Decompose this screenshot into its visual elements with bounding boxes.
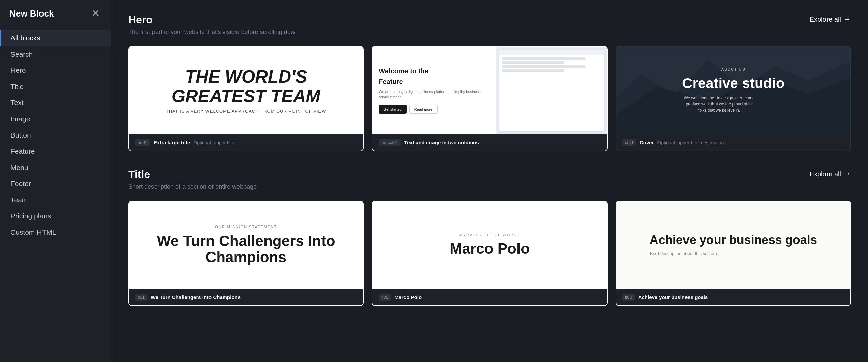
hero2-btn-primary[interactable]: Get started: [379, 105, 406, 114]
title2-content: MARVELS OF THE WORLD Marco Polo: [450, 233, 530, 257]
sidebar: New Block ✕ All blocks Search Hero Title…: [0, 0, 111, 362]
hero-card-2[interactable]: Welcome to the Feature We are making a d…: [372, 46, 607, 151]
hero2-right: [496, 47, 607, 134]
mockup-line-2: [502, 61, 565, 64]
hero-card-3-footer: cr01 Cover Optional: upper title, descri…: [616, 134, 850, 151]
hero-card-1-footer: he01 Extra large title Optional: upper t…: [129, 134, 363, 151]
title3-content: Achieve your business goals Brief descri…: [650, 233, 817, 257]
mockup-bar: [499, 50, 604, 55]
hero-card-2-footer: he-col01 Text and image in two columns: [372, 134, 607, 151]
modal-title: New Block: [9, 8, 54, 19]
title3-main: Achieve your business goals: [650, 233, 817, 247]
title-card-2-label: Marco Polo: [394, 294, 422, 300]
sidebar-item-custom-html[interactable]: Custom HTML: [0, 224, 111, 240]
hero-card-3-sublabel: Optional: upper title, description: [657, 140, 724, 145]
title-card-3[interactable]: Achieve your business goals Brief descri…: [616, 201, 851, 306]
hero2-feature: Feature: [379, 78, 489, 86]
title2-main: Marco Polo: [450, 240, 530, 257]
hero1-big-title: THE WORLD'S GREATEST TEAM: [166, 67, 326, 105]
sidebar-item-image[interactable]: Image: [0, 111, 111, 127]
title1-overline: OUR MISSION STATEMENT: [139, 225, 353, 229]
hero2-buttons: Get started Read more: [379, 105, 489, 114]
hero-card-2-tag: he-col01: [379, 139, 401, 146]
title-section: Title Short description of a section or …: [128, 168, 851, 306]
sidebar-item-team[interactable]: Team: [0, 192, 111, 208]
title-card-2-tag: ti02: [379, 294, 391, 301]
modal-container: New Block ✕ All blocks Search Hero Title…: [0, 0, 868, 362]
hero-card-1-preview: THE WORLD'S GREATEST TEAM THAT IS A VERY…: [129, 47, 363, 134]
hero1-content: THE WORLD'S GREATEST TEAM THAT IS A VERY…: [159, 60, 333, 120]
title-card-1-footer: ti01 We Turn Challengers Into Champions: [129, 289, 363, 305]
hero-card-1-label: Extra large title: [153, 140, 190, 145]
title1-main: We Turn Challengers Into Champions: [139, 233, 353, 266]
sidebar-item-menu[interactable]: Menu: [0, 159, 111, 176]
hero-section-info: Hero The first part of your website that…: [128, 13, 299, 36]
hero-cards-grid: THE WORLD'S GREATEST TEAM THAT IS A VERY…: [128, 46, 851, 151]
title-card-2[interactable]: MARVELS OF THE WORLD Marco Polo ti02 Mar…: [372, 201, 607, 306]
mockup-line-4: [502, 69, 565, 72]
sidebar-item-pricing-plans[interactable]: Pricing plans: [0, 208, 111, 224]
mockup-line-3: [502, 65, 585, 68]
sidebar-nav: All blocks Search Hero Title Text Image …: [0, 26, 111, 362]
sidebar-item-search[interactable]: Search: [0, 46, 111, 62]
hero-card-3[interactable]: ABOUT US Creative studio We work togethe…: [616, 46, 851, 151]
title-card-2-preview: MARVELS OF THE WORLD Marco Polo: [372, 201, 607, 289]
title-section-header: Title Short description of a section or …: [128, 168, 851, 190]
hero-section-desc: The first part of your website that's vi…: [128, 29, 299, 36]
title-section-info: Title Short description of a section or …: [128, 168, 257, 190]
title-card-1-preview: OUR MISSION STATEMENT We Turn Challenger…: [129, 201, 363, 289]
hero2-content: Welcome to the Feature We are making a d…: [372, 47, 607, 134]
hero-card-3-preview: ABOUT US Creative studio We work togethe…: [616, 47, 850, 134]
close-icon: ✕: [92, 9, 100, 18]
arrow-right-icon: →: [844, 15, 851, 24]
title-section-desc: Short description of a section or entire…: [128, 183, 257, 190]
title-card-1-label: We Turn Challengers Into Champions: [151, 294, 241, 300]
hero2-btn-secondary[interactable]: Read more: [409, 105, 438, 114]
title1-content: OUR MISSION STATEMENT We Turn Challenger…: [139, 225, 353, 266]
arrow-right-icon-2: →: [844, 170, 851, 178]
sidebar-item-footer[interactable]: Footer: [0, 176, 111, 192]
sidebar-item-title[interactable]: Title: [0, 79, 111, 95]
hero3-main-title: Creative studio: [682, 76, 784, 91]
hero-card-3-label: Cover: [640, 140, 654, 145]
hero-explore-all-button[interactable]: Explore all →: [810, 15, 851, 24]
sidebar-item-text[interactable]: Text: [0, 95, 111, 111]
hero2-mockup: [499, 50, 604, 131]
sidebar-item-feature[interactable]: Feature: [0, 143, 111, 159]
hero2-left: Welcome to the Feature We are making a d…: [372, 47, 496, 134]
hero-card-1-sublabel: Optional: upper title: [193, 140, 234, 145]
hero1-sub-title: THAT IS A VERY WELCOME APPROACH FROM OUR…: [166, 109, 326, 114]
title-section-title: Title: [128, 168, 257, 181]
hero-card-2-label: Text and image in two columns: [404, 140, 479, 145]
mockup-line-1: [502, 57, 585, 60]
hero2-desc: We are making a digital business platfor…: [379, 89, 489, 100]
hero3-text: ABOUT US Creative studio We work togethe…: [682, 67, 784, 113]
hero3-content: ABOUT US Creative studio We work togethe…: [616, 47, 850, 134]
title-card-1-tag: ti01: [135, 294, 147, 301]
title3-sub: Brief description about this section: [650, 250, 717, 257]
sidebar-item-all-blocks[interactable]: All blocks: [0, 30, 111, 46]
hero-card-2-preview: Welcome to the Feature We are making a d…: [372, 47, 607, 134]
close-button[interactable]: ✕: [89, 7, 102, 20]
hero-card-3-tag: cr01: [622, 139, 636, 146]
hero-section-header: Hero The first part of your website that…: [128, 13, 851, 36]
sidebar-item-button[interactable]: Button: [0, 127, 111, 143]
sidebar-item-hero[interactable]: Hero: [0, 62, 111, 79]
modal-header: New Block ✕: [0, 0, 111, 26]
title-card-3-label: Achieve your business goals: [638, 294, 708, 300]
title-card-2-footer: ti02 Marco Polo: [372, 289, 607, 305]
hero2-welcome: Welcome to the: [379, 67, 489, 75]
hero-section-title: Hero: [128, 13, 299, 26]
title-card-3-tag: ti03: [622, 294, 635, 301]
hero-section: Hero The first part of your website that…: [128, 13, 851, 151]
title-cards-grid: OUR MISSION STATEMENT We Turn Challenger…: [128, 201, 851, 306]
hero-card-1-tag: he01: [135, 139, 150, 146]
hero-card-1[interactable]: THE WORLD'S GREATEST TEAM THAT IS A VERY…: [128, 46, 364, 151]
title-explore-all-button[interactable]: Explore all →: [810, 170, 851, 178]
hero3-label: ABOUT US: [682, 67, 784, 71]
hero3-sub-text: We work together to design, create and p…: [682, 95, 756, 113]
main-content: Hero The first part of your website that…: [111, 0, 868, 362]
title-card-1[interactable]: OUR MISSION STATEMENT We Turn Challenger…: [128, 201, 364, 306]
title-card-3-footer: ti03 Achieve your business goals: [616, 289, 850, 305]
title-card-3-preview: Achieve your business goals Brief descri…: [616, 201, 850, 289]
